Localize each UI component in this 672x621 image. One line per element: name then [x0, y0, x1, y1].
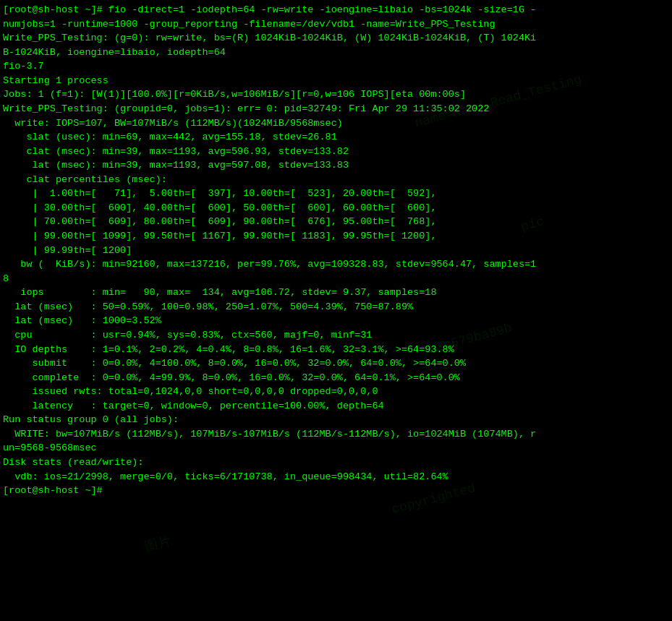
terminal-line: Write_PPS_Testing: (groupid=0, jobs=1): …: [3, 102, 669, 116]
terminal-output: [root@sh-host ~]# fio -direct=1 -iodepth…: [3, 3, 669, 498]
terminal-line: issued rwts: total=0,1024,0,0 short=0,0,…: [3, 385, 669, 399]
terminal-line: | 30.00th=[ 600], 40.00th=[ 600], 50.00t…: [3, 201, 669, 215]
terminal-line: lat (msec) : 1000=3.52%: [3, 314, 669, 328]
terminal-line: cpu : usr=0.94%, sys=0.83%, ctx=560, maj…: [3, 328, 669, 343]
terminal-line: vdb: ios=21/2998, merge=0/0, ticks=6/171…: [3, 470, 669, 484]
terminal-line: lat (msec) : 50=0.59%, 100=0.98%, 250=1.…: [3, 300, 669, 314]
terminal-line: iops : min= 90, max= 134, avg=106.72, st…: [3, 286, 669, 300]
terminal-line: un=9568-9568msec: [3, 441, 669, 455]
terminal-line: WRITE: bw=107MiB/s (112MB/s), 107MiB/s-1…: [3, 427, 669, 442]
terminal-line: | 99.00th=[ 1099], 99.50th=[ 1167], 99.9…: [3, 229, 669, 244]
terminal-line: B-1024KiB, ioengine=libaio, iodepth=64: [3, 46, 669, 60]
terminal-window[interactable]: [root@sh-host ~]# fio -direct=1 -iodepth…: [0, 0, 672, 621]
terminal-line: submit : 0=0.0%, 4=100.0%, 8=0.0%, 16=0.…: [3, 356, 669, 371]
terminal-line: slat (usec): min=69, max=442, avg=155.18…: [3, 130, 669, 145]
terminal-line: bw ( KiB/s): min=92160, max=137216, per=…: [3, 257, 669, 272]
watermark-5: 图片: [143, 532, 173, 555]
terminal-line: | 70.00th=[ 609], 80.00th=[ 609], 90.00t…: [3, 215, 669, 229]
terminal-line: numjobs=1 -runtime=1000 -group_reporting…: [3, 17, 669, 32]
terminal-line: Jobs: 1 (f=1): [W(1)][100.0%][r=0KiB/s,w…: [3, 87, 669, 102]
terminal-line: latency : target=0, window=0, percentile…: [3, 399, 669, 414]
terminal-line: IO depths : 1=0.1%, 2=0.2%, 4=0.4%, 8=0.…: [3, 343, 669, 357]
terminal-line: | 1.00th=[ 71], 5.00th=[ 397], 10.00th=[…: [3, 187, 669, 201]
terminal-line: Disk stats (read/write):: [3, 455, 669, 470]
terminal-line: write: IOPS=107, BW=107MiB/s (112MB/s)(1…: [3, 116, 669, 131]
terminal-line: lat (msec): min=39, max=1193, avg=597.08…: [3, 158, 669, 173]
terminal-line: Starting 1 process: [3, 74, 669, 88]
terminal-line: | 99.99th=[ 1200]: [3, 244, 669, 258]
terminal-line: 8: [3, 272, 669, 286]
terminal-line: complete : 0=0.0%, 4=99.9%, 8=0.0%, 16=0…: [3, 371, 669, 385]
terminal-line: [root@sh-host ~]# fio -direct=1 -iodepth…: [3, 3, 669, 17]
terminal-line: Run status group 0 (all jobs):: [3, 413, 669, 427]
terminal-line: clat (msec): min=39, max=1193, avg=596.9…: [3, 145, 669, 159]
terminal-line: Write_PPS_Testing: (g=0): rw=write, bs=(…: [3, 31, 669, 46]
terminal-line: fio-3.7: [3, 59, 669, 74]
terminal-line: clat percentiles (msec):: [3, 173, 669, 187]
terminal-line: [root@sh-host ~]#: [3, 484, 669, 498]
